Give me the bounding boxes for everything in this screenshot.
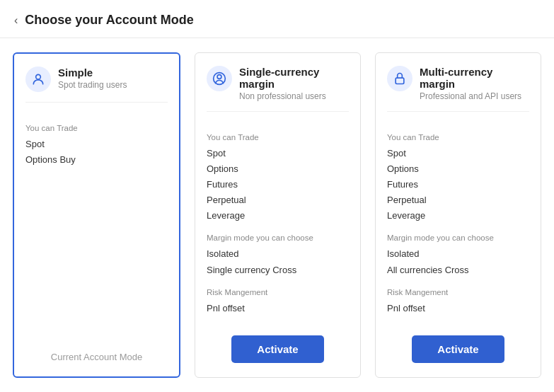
card-subtitle-single-currency: Non professional users: [239, 91, 349, 101]
margin-label-single-currency: Margin mode you can choose: [207, 234, 349, 242]
list-item: Perpetual: [387, 192, 529, 208]
margin-label-multi-currency: Margin mode you can choose: [387, 234, 529, 242]
card-subtitle-multi-currency: Professional and API users: [420, 91, 529, 101]
list-item: Leverage: [387, 208, 529, 224]
lock-icon: [387, 66, 412, 91]
current-account-mode-label: Current Account Mode: [51, 352, 142, 362]
card-title-single-currency: Single-currency margin: [239, 66, 349, 90]
list-item: Single currency Cross: [207, 263, 349, 278]
card-header-single-currency: Single-currency marginNon professional u…: [207, 66, 349, 112]
list-item: Isolated: [207, 246, 349, 262]
trade-label-multi-currency: You can Trade: [387, 133, 529, 142]
card-footer-multi-currency: Activate: [387, 324, 529, 363]
card-title-block-multi-currency: Multi-currency marginProfessional and AP…: [420, 66, 529, 101]
card-multi-currency: Multi-currency marginProfessional and AP…: [375, 52, 541, 378]
trade-list-single-currency: SpotOptionsFuturesPerpetualLeverage: [207, 146, 349, 224]
margin-list-multi-currency: IsolatedAll currencies Cross: [387, 246, 529, 277]
trade-label-single-currency: You can Trade: [207, 133, 349, 142]
list-item: Perpetual: [207, 192, 349, 208]
card-footer-single-currency: Activate: [207, 324, 349, 363]
activate-button-multi-currency[interactable]: Activate: [412, 335, 504, 363]
risk-list-multi-currency: Pnl offset: [387, 301, 529, 316]
list-item: Spot: [25, 137, 168, 152]
list-item: All currencies Cross: [387, 263, 529, 278]
list-item: Isolated: [387, 246, 529, 262]
trade-list-simple: SpotOptions Buy: [25, 137, 168, 168]
card-single-currency: Single-currency marginNon professional u…: [195, 52, 361, 378]
card-simple: SimpleSpot trading usersYou can TradeSpo…: [13, 52, 180, 378]
back-button[interactable]: ‹: [14, 14, 18, 27]
risk-list-single-currency: Pnl offset: [207, 301, 349, 316]
svg-point-2: [217, 75, 221, 79]
trade-list-multi-currency: SpotOptionsFuturesPerpetualLeverage: [387, 146, 529, 224]
risk-label-multi-currency: Risk Mangement: [387, 288, 529, 296]
svg-rect-3: [396, 78, 404, 83]
list-item: Options: [387, 161, 529, 177]
list-item: Options Buy: [25, 152, 168, 168]
card-title-block-single-currency: Single-currency marginNon professional u…: [239, 66, 349, 101]
list-item: Spot: [387, 146, 529, 161]
card-footer-simple: Current Account Mode: [25, 340, 168, 362]
card-title-block-simple: SimpleSpot trading users: [58, 67, 127, 90]
page-header: ‹ Choose your Account Mode: [0, 0, 554, 38]
svg-point-0: [36, 74, 41, 79]
list-item: Options: [207, 161, 349, 177]
card-title-simple: Simple: [58, 67, 127, 79]
margin-list-single-currency: IsolatedSingle currency Cross: [207, 246, 349, 277]
cards-container: SimpleSpot trading usersYou can TradeSpo…: [0, 38, 554, 392]
list-item: Futures: [387, 177, 529, 192]
risk-label-single-currency: Risk Mangement: [207, 288, 349, 296]
card-title-multi-currency: Multi-currency margin: [420, 66, 529, 90]
trade-label-simple: You can Trade: [25, 124, 168, 132]
page-title: Choose your Account Mode: [25, 13, 193, 28]
card-header-multi-currency: Multi-currency marginProfessional and AP…: [387, 66, 529, 112]
list-item: Spot: [207, 146, 349, 161]
card-header-simple: SimpleSpot trading users: [25, 67, 168, 103]
list-item: Leverage: [207, 208, 349, 224]
list-item: Pnl offset: [207, 301, 349, 316]
list-item: Pnl offset: [387, 301, 529, 316]
person-circle-icon: [207, 66, 232, 91]
list-item: Futures: [207, 177, 349, 192]
person-icon: [25, 67, 51, 92]
card-subtitle-simple: Spot trading users: [58, 80, 127, 90]
activate-button-single-currency[interactable]: Activate: [231, 335, 323, 363]
